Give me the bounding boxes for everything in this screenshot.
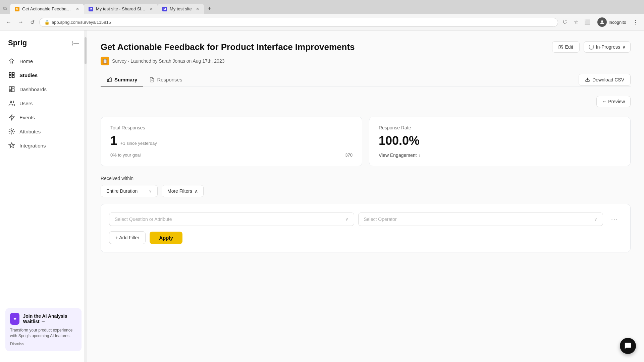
ai-dismiss-button[interactable]: Dismiss bbox=[10, 342, 24, 346]
browser-tab-2[interactable]: M My test site - Shared Sites - Dash... … bbox=[84, 4, 158, 14]
ai-icon: ✦ bbox=[10, 313, 19, 325]
sidebar-scrollbar-thumb bbox=[85, 37, 87, 64]
subtitle-row: 📋 Survey · Launched by Sarah Jonas on Au… bbox=[101, 57, 631, 65]
bookmark-icon[interactable]: ☆ bbox=[572, 18, 580, 26]
tab-stack-icon[interactable]: ⧉ bbox=[0, 3, 10, 14]
sidebar-item-home[interactable]: Home bbox=[0, 54, 87, 68]
tab1-favicon: S bbox=[15, 7, 19, 11]
total-responses-label: Total Responses bbox=[110, 125, 353, 130]
add-filter-button[interactable]: + Add Filter bbox=[109, 231, 146, 244]
sidebar-studies-label: Studies bbox=[19, 72, 38, 78]
chat-bubble-button[interactable] bbox=[620, 338, 636, 354]
preview-button[interactable]: ← Preview bbox=[596, 96, 631, 107]
tab-summary[interactable]: Summary bbox=[101, 73, 143, 86]
response-rate-value-row: 100.0% bbox=[379, 134, 621, 148]
select-operator-dropdown[interactable]: Select Operator ∨ bbox=[358, 213, 603, 226]
browser-tab-3[interactable]: M My test site ✕ bbox=[158, 4, 204, 14]
back-button[interactable]: ← bbox=[4, 18, 13, 26]
sidebar-nav: Home Studies Dashboards Us bbox=[0, 54, 87, 303]
total-responses-value-row: 1 +1 since yesterday bbox=[110, 134, 353, 148]
browser-tab-1[interactable]: S Get Actionable Feedback for Pro... ✕ bbox=[10, 4, 84, 14]
received-within-section: Received within Entire Duration ∨ More F… bbox=[101, 176, 631, 197]
more-filters-label: More Filters bbox=[167, 188, 192, 194]
address-bar[interactable]: 🔒 app.sprig.com/surveys/115815 bbox=[39, 18, 558, 27]
integrations-icon bbox=[8, 142, 15, 149]
sidebar-dashboards-label: Dashboards bbox=[19, 86, 47, 92]
sidebar-events-label: Events bbox=[19, 115, 35, 120]
app-container: Sprig ⟨— Home Studies bbox=[0, 31, 644, 362]
filter-row-more-button[interactable]: ··· bbox=[607, 212, 622, 226]
shield-icon[interactable]: 🛡 bbox=[561, 18, 570, 26]
page-title: Get Actionable Feedback for Product Inte… bbox=[101, 42, 355, 52]
svg-rect-4 bbox=[12, 76, 14, 78]
forward-button[interactable]: → bbox=[16, 18, 25, 26]
download-csv-label: Download CSV bbox=[592, 77, 624, 82]
duration-label: Entire Duration bbox=[106, 188, 138, 194]
download-csv-button[interactable]: Download CSV bbox=[579, 74, 631, 86]
svg-rect-7 bbox=[12, 89, 14, 92]
received-within-label: Received within bbox=[101, 176, 631, 181]
total-responses-card: Total Responses 1 +1 since yesterday 0% … bbox=[101, 117, 362, 166]
browser-actions: 🛡 ☆ ⬜ Incognito ⋮ bbox=[561, 16, 640, 28]
sidebar-users-label: Users bbox=[19, 101, 33, 106]
ai-card-title[interactable]: Join the AI Analysis Waitlist → bbox=[23, 313, 77, 324]
menu-icon[interactable]: ⋮ bbox=[631, 18, 640, 26]
tab-responses[interactable]: Responses bbox=[143, 73, 188, 86]
status-chevron-icon: ∨ bbox=[622, 44, 626, 50]
apply-label: Apply bbox=[159, 235, 173, 241]
incognito-button[interactable]: Incognito bbox=[595, 16, 629, 28]
more-filters-chevron-icon: ∧ bbox=[195, 188, 198, 194]
sidebar-integrations-label: Integrations bbox=[19, 143, 46, 148]
tab3-close-icon[interactable]: ✕ bbox=[196, 7, 199, 11]
status-label: In-Progress bbox=[596, 44, 620, 50]
header-actions: Edit In-Progress ∨ bbox=[552, 41, 631, 53]
sidebar-scrollbar[interactable] bbox=[84, 31, 87, 362]
incognito-label: Incognito bbox=[608, 20, 626, 25]
tab2-close-icon[interactable]: ✕ bbox=[150, 7, 153, 11]
studies-icon bbox=[8, 71, 15, 79]
sidebar-item-integrations[interactable]: Integrations bbox=[0, 138, 87, 153]
since-yesterday-text: +1 since yesterday bbox=[120, 141, 157, 146]
tab3-title: My test site bbox=[170, 6, 192, 11]
browser-tabs: ⧉ S Get Actionable Feedback for Pro... ✕… bbox=[0, 0, 644, 14]
status-button[interactable]: In-Progress ∨ bbox=[584, 41, 631, 53]
tab1-close-icon[interactable]: ✕ bbox=[76, 7, 79, 11]
sidebar-collapse-button[interactable]: ⟨— bbox=[71, 40, 79, 46]
add-filter-label: + Add Filter bbox=[115, 235, 139, 240]
svg-point-9 bbox=[10, 101, 12, 103]
select-question-dropdown[interactable]: Select Question or Attribute ∨ bbox=[109, 213, 354, 226]
new-tab-button[interactable]: + bbox=[204, 3, 215, 14]
svg-rect-1 bbox=[9, 73, 11, 75]
goal-label: 0% to your goal bbox=[110, 153, 141, 158]
svg-rect-8 bbox=[9, 90, 12, 92]
svg-rect-6 bbox=[12, 87, 14, 88]
responses-tab-icon bbox=[149, 77, 155, 82]
question-chevron-icon: ∨ bbox=[345, 217, 348, 222]
sidebar-item-events[interactable]: Events bbox=[0, 110, 87, 124]
duration-dropdown[interactable]: Entire Duration ∨ bbox=[101, 185, 158, 197]
sidebar-item-users[interactable]: Users bbox=[0, 96, 87, 110]
sidebar-item-studies[interactable]: Studies bbox=[0, 68, 87, 82]
page-header: Get Actionable Feedback for Product Inte… bbox=[101, 41, 631, 53]
filter-controls: Entire Duration ∨ More Filters ∧ bbox=[101, 185, 631, 197]
response-rate-label: Response Rate bbox=[379, 125, 621, 130]
sidebar-logo-area: Sprig ⟨— bbox=[0, 36, 87, 54]
main-content: Get Actionable Feedback for Product Inte… bbox=[87, 31, 644, 362]
operator-chevron-icon: ∨ bbox=[594, 217, 597, 222]
more-filters-button[interactable]: More Filters ∧ bbox=[162, 185, 204, 197]
sidebar-item-attributes[interactable]: Attributes bbox=[0, 124, 87, 138]
desktop-icon[interactable]: ⬜ bbox=[582, 18, 593, 26]
view-engagement-button[interactable]: View Engagement › bbox=[379, 153, 621, 158]
dashboards-icon bbox=[8, 85, 15, 93]
home-icon bbox=[8, 57, 15, 65]
refresh-button[interactable]: ↺ bbox=[28, 18, 37, 27]
ai-arrow-icon: → bbox=[41, 319, 46, 324]
sidebar-attributes-label: Attributes bbox=[19, 129, 41, 134]
edit-button[interactable]: Edit bbox=[552, 41, 580, 53]
response-rate-value: 100.0% bbox=[379, 134, 420, 148]
browser-chrome: ⧉ S Get Actionable Feedback for Pro... ✕… bbox=[0, 0, 644, 31]
logo-text: Sprig bbox=[8, 39, 27, 47]
sidebar-item-dashboards[interactable]: Dashboards bbox=[0, 82, 87, 96]
sidebar-bottom: ✦ Join the AI Analysis Waitlist → Transf… bbox=[0, 303, 87, 357]
apply-button[interactable]: Apply bbox=[150, 232, 182, 244]
